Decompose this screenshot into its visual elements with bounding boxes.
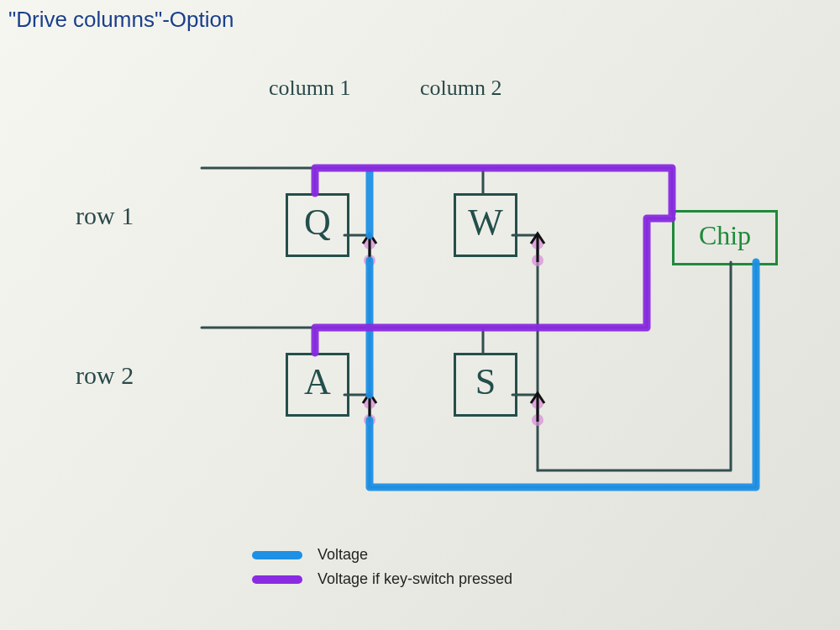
legend-voltage-pressed-label: Voltage if key-switch pressed	[318, 570, 512, 588]
key-s: S	[454, 353, 517, 417]
legend-swatch-voltage-pressed	[252, 575, 302, 584]
key-q: Q	[286, 193, 349, 257]
legend-voltage-label: Voltage	[318, 546, 368, 564]
column-1-label: column 1	[269, 76, 351, 101]
key-a: A	[286, 353, 349, 417]
row-2-label: row 2	[76, 361, 134, 390]
legend-voltage-pressed: Voltage if key-switch pressed	[252, 570, 512, 588]
diagram-title: "Drive columns"-Option	[8, 7, 234, 33]
legend-swatch-voltage	[252, 551, 302, 559]
column-2-label: column 2	[420, 76, 502, 101]
legend: Voltage Voltage if key-switch pressed	[252, 546, 512, 595]
legend-voltage: Voltage	[252, 546, 512, 564]
key-w: W	[454, 193, 517, 257]
row-1-label: row 1	[76, 202, 134, 230]
chip-box: Chip	[672, 210, 778, 265]
